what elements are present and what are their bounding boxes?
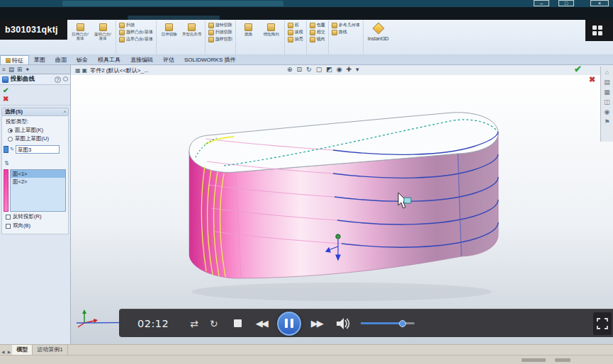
view-tool-icon[interactable]: ▾ xyxy=(356,66,359,73)
ribbon-button[interactable]: 抽壳 xyxy=(287,36,304,42)
view-tool-icon[interactable]: ⊕ xyxy=(287,66,293,73)
pin-icon[interactable] xyxy=(63,76,68,81)
checkbox-option[interactable]: 反转投影(R) xyxy=(2,212,68,221)
ribbon-tab[interactable]: 评估 xyxy=(158,55,179,64)
ribbon-button[interactable]: 拉伸凸台/基体 xyxy=(69,22,91,53)
ribbon-button-label: 边界凸台/基体 xyxy=(126,36,153,42)
forward-button[interactable]: ▶▶ xyxy=(311,318,322,329)
ribbon-button[interactable]: 参考几何体 xyxy=(331,22,361,28)
ribbon-button[interactable]: 包覆 xyxy=(309,22,326,28)
ribbon-button-label: 拔模 xyxy=(295,29,303,35)
ribbon-button[interactable]: 旋转凸台/基体 xyxy=(92,22,113,53)
ribbon-button[interactable]: 拔模 xyxy=(287,29,304,35)
radio-option[interactable]: 草图上草图(U) xyxy=(2,135,68,143)
repeat-icon[interactable]: ↻ xyxy=(210,318,218,329)
ribbon-button[interactable]: 放样切割 xyxy=(208,36,233,42)
panel-tab-icon[interactable]: ▤ xyxy=(9,66,14,73)
collapse-icon[interactable]: ^ xyxy=(64,110,68,115)
selection-section-header[interactable]: 选择(S) ^ xyxy=(1,108,69,116)
view-tool-icon[interactable]: ↻ xyxy=(306,66,312,73)
origin-marker[interactable] xyxy=(336,234,340,239)
ribbon-tab[interactable]: 直接编辑 xyxy=(125,55,158,64)
video-title: b301031qktj xyxy=(0,20,67,35)
ribbon-button[interactable]: 筋 xyxy=(287,22,304,28)
ribbon-button[interactable]: 放样凸台/基体 xyxy=(118,29,154,35)
selection-section-body: 投影类型: 面上草图(K) 草图上草图(U) xyxy=(1,116,69,234)
feature-icon xyxy=(288,37,293,42)
ribbon-button[interactable]: 扫描切除 xyxy=(208,29,233,35)
confirm-cancel-icon[interactable]: ✖ xyxy=(589,75,595,84)
face-list-item[interactable]: 面<2> xyxy=(11,178,65,186)
task-pane-icon[interactable]: ◫ xyxy=(604,98,610,106)
confirm-ok-icon[interactable]: ✔ xyxy=(574,64,582,74)
ribbon-button[interactable]: 相交 xyxy=(309,29,326,35)
checkbox-option[interactable]: 双向(B) xyxy=(2,221,68,230)
ribbon-tab-label: 草图 xyxy=(34,56,45,64)
panel-tab-icon[interactable]: ✦ xyxy=(25,66,30,73)
ribbon-tab[interactable]: SOLIDWORKS 插件 xyxy=(179,55,240,64)
playlist-grid-icon[interactable] xyxy=(592,25,604,35)
face-list-item[interactable]: 面<1> xyxy=(11,170,65,178)
ribbon-button[interactable]: 拉伸切除 xyxy=(159,22,180,53)
view-tool-icon[interactable]: ▢ xyxy=(316,66,322,73)
tab-scroll-arrow[interactable]: ◀ xyxy=(0,350,6,354)
direction-icon: ⇅ xyxy=(4,160,9,166)
panel-tab-icon[interactable]: ≡ xyxy=(2,66,6,73)
feature-icon xyxy=(208,30,214,35)
panel-tab-icon[interactable]: ⊞ xyxy=(17,66,22,73)
rewind-button[interactable]: ◀◀ xyxy=(256,318,267,329)
pause-button[interactable] xyxy=(277,312,301,336)
player-control-bar: 02:12 ⇄ ↻ ◀◀ ▶▶ xyxy=(119,309,613,337)
volume-knob[interactable] xyxy=(399,320,406,327)
stop-button[interactable] xyxy=(234,319,242,327)
view-tool-icon[interactable]: ✚ xyxy=(347,66,352,73)
graphics-viewport[interactable] xyxy=(71,75,613,344)
ribbon-button[interactable]: 圆角 xyxy=(238,22,259,53)
ribbon-group: 扫描放样凸台/基体边界凸台/基体 xyxy=(116,21,157,55)
property-manager-panel: ≡▤⊞✦ 投影曲线 ? ✔ ✖ 选择(S) ^ 投影类型: xyxy=(0,65,71,344)
ribbon-tab[interactable]: 模具工具 xyxy=(93,55,125,64)
instant3d-button[interactable]: Instant3D xyxy=(364,21,393,55)
ribbon-button[interactable]: 线性阵列 xyxy=(261,22,282,53)
maximize-button[interactable]: □ xyxy=(558,0,574,6)
pm-cancel-button[interactable]: ✖ xyxy=(3,95,70,103)
ribbon-button[interactable]: 曲线 xyxy=(331,29,361,35)
tab-scroll-arrow[interactable]: ▶ xyxy=(6,350,13,354)
task-pane-icon[interactable]: ⌂ xyxy=(605,69,609,76)
ribbon-tab[interactable]: 钣金 xyxy=(72,55,93,64)
ribbon-button-label: 放样切割 xyxy=(215,36,232,42)
task-pane-icon[interactable]: ◉ xyxy=(604,108,610,115)
sketch-selection-field[interactable]: 草图3 xyxy=(16,145,60,154)
radio-option[interactable]: 面上草图(K) xyxy=(2,126,68,135)
bottom-tab[interactable]: 运动算例1 xyxy=(33,345,67,355)
view-tool-icon[interactable]: ◉ xyxy=(337,66,342,73)
volume-slider[interactable] xyxy=(361,322,415,324)
view-tool-icon[interactable]: ◩ xyxy=(326,66,332,73)
ribbon-button-label: 扫描切除 xyxy=(215,29,232,35)
address-bar[interactable] xyxy=(62,1,283,6)
fullscreen-button[interactable] xyxy=(593,312,612,335)
ribbon-button[interactable]: 镜向 xyxy=(309,36,326,42)
ribbon-tab[interactable]: 特征 xyxy=(0,55,29,64)
view-tool-icon[interactable]: ⊡ xyxy=(297,66,303,73)
faces-selection-list[interactable]: 面<1>面<2> xyxy=(10,169,66,212)
ribbon-button[interactable]: 异型孔向导 xyxy=(181,22,203,53)
ribbon-tab[interactable]: 草图 xyxy=(29,55,50,64)
ribbon-button[interactable]: 扫描 xyxy=(118,22,154,28)
ribbon-tab[interactable]: 曲面 xyxy=(50,55,72,64)
minimize-button[interactable]: – xyxy=(534,0,549,6)
task-pane-icon[interactable]: ▦ xyxy=(604,89,610,96)
viewport-3d-model[interactable] xyxy=(71,75,613,344)
status-text-blur xyxy=(522,358,546,362)
pm-ok-button[interactable]: ✔ xyxy=(3,86,70,95)
sketch-selection-row: ✎ 草图3 xyxy=(2,143,68,154)
task-pane-icon[interactable]: ⚑ xyxy=(604,118,609,125)
volume-icon[interactable] xyxy=(337,318,352,329)
ribbon-button[interactable]: 边界凸台/基体 xyxy=(118,36,154,42)
close-button[interactable]: × xyxy=(590,0,609,6)
bottom-tab[interactable]: 模型 xyxy=(12,345,33,355)
task-pane-icon[interactable]: ▤ xyxy=(604,79,610,86)
ribbon-button[interactable]: 旋转切除 xyxy=(208,22,233,28)
help-icon[interactable]: ? xyxy=(55,76,61,83)
shuffle-icon[interactable]: ⇄ xyxy=(190,318,198,329)
